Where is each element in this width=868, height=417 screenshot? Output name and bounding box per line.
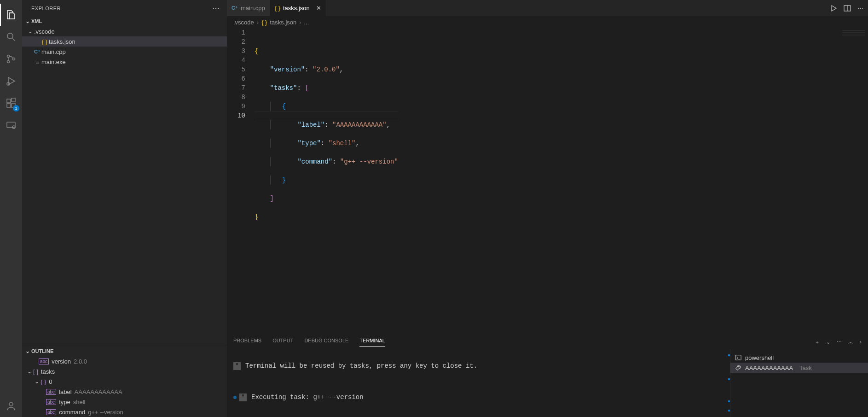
tab-label: tasks.json — [283, 5, 310, 12]
extensions-icon[interactable]: 3 — [0, 92, 22, 114]
terminal-item-task[interactable]: AAAAAAAAAAAA Task — [730, 363, 868, 373]
extensions-badge: 3 — [13, 105, 19, 112]
tree-file[interactable]: ≡ main.exe — [22, 57, 227, 67]
breadcrumb-segment[interactable]: ... — [304, 19, 309, 26]
sidebar-more-icon[interactable]: ⋯ — [212, 4, 220, 12]
tab-main-cpp[interactable]: C⁺ main.cpp — [227, 0, 270, 16]
cpp-icon: C⁺ — [33, 49, 41, 55]
task-marker-icon: * — [233, 362, 241, 370]
running-dot-icon — [233, 396, 237, 399]
close-icon[interactable]: ✕ — [316, 5, 321, 12]
string-symbol-icon: abc — [46, 409, 56, 415]
maximize-panel-icon[interactable]: ︿ — [848, 339, 853, 346]
terminal-list: powershell AAAAAAAAAAAA Task — [730, 350, 868, 417]
tab-tasks-json[interactable]: { } tasks.json ✕ — [270, 0, 326, 16]
svg-point-10 — [12, 126, 15, 129]
string-symbol-icon: abc — [46, 399, 56, 405]
string-symbol-icon: abc — [39, 358, 49, 364]
svg-point-3 — [13, 58, 15, 60]
chevron-right-icon: › — [257, 19, 259, 26]
panel-tab-problems[interactable]: PROBLEMS — [233, 338, 261, 346]
string-symbol-icon: abc — [46, 389, 56, 395]
workspace-header[interactable]: ⌄ XML — [22, 16, 227, 26]
json-icon: { } — [41, 38, 49, 45]
panel-tab-output[interactable]: OUTPUT — [272, 338, 293, 346]
chevron-down-icon: ⌄ — [26, 368, 33, 375]
editor-tabs: C⁺ main.cpp { } tasks.json ✕ ⋯ — [227, 0, 868, 16]
chevron-down-icon: ⌄ — [33, 378, 41, 385]
outline-item[interactable]: abc version 2.0.0 — [22, 356, 227, 366]
run-debug-icon[interactable] — [0, 70, 22, 92]
array-symbol-icon: [ ] — [33, 368, 38, 375]
outline-header[interactable]: ⌄ OUTLINE — [22, 346, 227, 356]
terminal-shell-icon — [735, 354, 741, 361]
tree-file[interactable]: C⁺ main.cpp — [22, 47, 227, 57]
svg-rect-6 — [7, 104, 11, 107]
breadcrumb[interactable]: .vscode › { } tasks.json › ... — [227, 16, 868, 28]
svg-rect-8 — [12, 98, 15, 102]
explorer-icon[interactable] — [0, 4, 22, 26]
panel-more-icon[interactable]: ⋯ — [837, 339, 842, 345]
cpp-icon: C⁺ — [231, 5, 238, 11]
svg-point-2 — [7, 61, 10, 63]
terminal-item-label: AAAAAAAAAAAA — [745, 364, 793, 371]
tool-icon — [735, 364, 741, 371]
svg-rect-5 — [7, 99, 11, 103]
svg-rect-9 — [7, 122, 15, 128]
new-terminal-icon[interactable]: ＋ — [815, 339, 820, 346]
tree-file[interactable]: { } tasks.json — [22, 36, 227, 47]
minimap[interactable] — [842, 30, 865, 48]
svg-point-11 — [9, 402, 13, 406]
tree-folder[interactable]: ⌄ .vscode — [22, 26, 227, 36]
code-editor[interactable]: 1 2 3 4 5 6 7 8 9 10 { "version": "2.0.0… — [227, 28, 868, 334]
bottom-panel: PROBLEMS OUTPUT DEBUG CONSOLE TERMINAL ＋… — [227, 334, 868, 417]
svg-point-0 — [7, 33, 13, 39]
terminal-scroll-marks — [728, 350, 730, 417]
panel-tab-debug-console[interactable]: DEBUG CONSOLE — [304, 338, 348, 346]
terminal-item-powershell[interactable]: powershell — [730, 352, 868, 363]
outline-section: ⌄ OUTLINE abc version 2.0.0 ⌄ [ ] tasks … — [22, 346, 227, 417]
task-marker-icon: * — [239, 394, 247, 401]
line-numbers: 1 2 3 4 5 6 7 8 9 10 — [227, 28, 255, 334]
run-icon[interactable] — [830, 5, 837, 12]
workspace-name: XML — [31, 18, 42, 24]
outline-item[interactable]: abc type shell — [22, 397, 227, 407]
accounts-icon[interactable] — [0, 395, 22, 417]
object-symbol-icon: { } — [41, 378, 46, 385]
split-editor-icon[interactable] — [844, 5, 851, 12]
search-icon[interactable] — [0, 26, 22, 48]
code-content[interactable]: { "version": "2.0.0", "tasks": [ { "labe… — [255, 28, 398, 334]
outline-item[interactable]: ⌄ [ ] tasks — [22, 366, 227, 376]
chevron-down-icon: ⌄ — [24, 18, 31, 24]
file-name: main.cpp — [41, 48, 66, 55]
outline-item[interactable]: ⌄ { } 0 — [22, 376, 227, 387]
file-tree: ⌄ .vscode { } tasks.json C⁺ main.cpp ≡ m… — [22, 26, 227, 67]
sidebar-header: EXPLORER ⋯ — [22, 0, 227, 16]
outline-item[interactable]: abc label AAAAAAAAAAAA — [22, 387, 227, 397]
panel-tab-terminal[interactable]: TERMINAL — [359, 338, 385, 347]
remote-icon[interactable] — [0, 114, 22, 136]
tab-label: main.cpp — [241, 5, 265, 12]
json-icon: { } — [261, 19, 267, 26]
exe-icon: ≡ — [33, 59, 41, 65]
outline-item[interactable]: abc command g++ --version — [22, 407, 227, 417]
breadcrumb-segment[interactable]: .vscode — [233, 19, 254, 26]
more-icon[interactable]: ⋯ — [857, 5, 863, 12]
file-name: main.exe — [41, 59, 66, 65]
terminal-item-sublabel: Task — [799, 364, 812, 371]
sidebar: EXPLORER ⋯ ⌄ XML ⌄ .vscode { } tasks.jso… — [22, 0, 227, 417]
terminal-item-label: powershell — [745, 354, 774, 361]
sidebar-title: EXPLORER — [31, 6, 61, 11]
chevron-down-icon: ⌄ — [24, 348, 31, 354]
source-control-icon[interactable] — [0, 48, 22, 70]
terminal-dropdown-icon[interactable]: ⌄ — [826, 339, 830, 345]
file-name: tasks.json — [49, 38, 75, 45]
folder-name: .vscode — [34, 28, 55, 35]
json-icon: { } — [275, 5, 280, 12]
editor-area: C⁺ main.cpp { } tasks.json ✕ ⋯ .vscode ›… — [227, 0, 868, 417]
chevron-down-icon: ⌄ — [27, 28, 34, 35]
activity-bar: 3 — [0, 0, 22, 417]
breadcrumb-segment[interactable]: tasks.json — [270, 19, 296, 26]
terminal-output[interactable]: *Terminal will be reused by tasks, press… — [227, 350, 728, 417]
close-panel-icon[interactable]: › — [860, 339, 862, 345]
